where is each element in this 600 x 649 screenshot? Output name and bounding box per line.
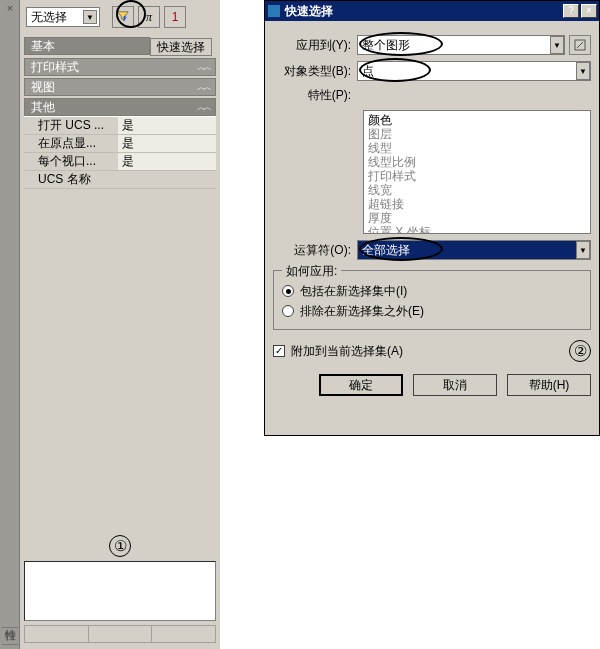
palette-output-area[interactable] [24, 561, 216, 621]
apply-to-dropdown[interactable]: 整个图形 ▼ [357, 35, 565, 55]
checkbox-icon: ✓ [273, 345, 285, 357]
category-view[interactable]: 视图 ︿︿ [24, 78, 216, 96]
chevron-up-icon: ︿︿ [197, 81, 209, 94]
apply-to-label: 应用到(Y): [273, 37, 357, 54]
object-type-label: 对象类型(B): [273, 63, 357, 80]
palette-drag-handle[interactable] [2, 627, 18, 645]
list-item[interactable]: 线型 [368, 141, 586, 155]
operator-row: 运算符(O): 全部选择 ▼ [273, 240, 591, 260]
operator-value: 全部选择 [362, 242, 410, 259]
operator-dropdown[interactable]: 全部选择 ▼ [357, 240, 591, 260]
dialog-title: 快速选择 [285, 3, 561, 20]
dialog-body: 应用到(Y): 整个图形 ▼ 对象类型(B): 点 ▼ 特性(P): 颜色 图层 [265, 21, 599, 404]
titlebar-help-button[interactable]: ? [563, 4, 579, 18]
select-objects-button[interactable] [569, 35, 591, 55]
append-checkbox-label: 附加到当前选择集(A) [291, 343, 403, 360]
include-radio-label: 包括在新选择集中(I) [300, 283, 407, 300]
annotation-badge-1: ① [109, 535, 131, 557]
footer-cell [89, 626, 153, 642]
help-button[interactable]: 帮助(H) [507, 374, 591, 396]
palette-body: 无选择 ▼ π 1 基本 快速选择 打印样式 ︿︿ [20, 0, 220, 649]
list-item[interactable]: 图层 [368, 127, 586, 141]
how-apply-title: 如何应用: [282, 263, 341, 280]
palette-toolbar: 无选择 ▼ π 1 [20, 0, 220, 34]
list-item[interactable]: 厚度 [368, 211, 586, 225]
object-type-dropdown[interactable]: 点 ▼ [357, 61, 591, 81]
selection-dropdown[interactable]: 无选择 ▼ [26, 7, 100, 27]
chevron-down-icon: ▼ [83, 10, 97, 24]
radio-icon [282, 285, 294, 297]
properties-listbox[interactable]: 颜色 图层 线型 线型比例 打印样式 线宽 超链接 厚度 位置 X 坐标 位置 … [363, 110, 591, 234]
properties-palette: × 特性 无选择 ▼ π 1 基本 [0, 0, 220, 649]
how-apply-group: 如何应用: 包括在新选择集中(I) 排除在新选择集之外(E) [273, 270, 591, 330]
operator-label: 运算符(O): [273, 242, 357, 259]
prop-val[interactable]: 是 [118, 135, 216, 152]
dialog-app-icon [267, 4, 281, 18]
ok-button[interactable]: 确定 [319, 374, 403, 396]
list-item[interactable]: 位置 X 坐标 [368, 225, 586, 234]
chevron-down-icon: ▼ [576, 62, 590, 80]
quick-select-dialog: 快速选择 ? × 应用到(Y): 整个图形 ▼ 对象类型(B): 点 ▼ 特性(… [264, 0, 600, 436]
category-basic-label: 基本 [31, 38, 55, 55]
prop-key: UCS 名称 [24, 171, 118, 188]
dialog-button-row: 确定 取消 帮助(H) [273, 374, 591, 396]
misc-prop-table: 打开 UCS ... 是 在原点显... 是 每个视口... 是 UCS 名称 [24, 116, 216, 189]
category-view-label: 视图 [31, 79, 55, 96]
selection-value: 无选择 [31, 9, 67, 26]
footer-cell [25, 626, 89, 642]
quick-select-button[interactable] [112, 6, 134, 28]
list-item[interactable]: 线宽 [368, 183, 586, 197]
pick-icon [574, 39, 586, 51]
list-item[interactable]: 超链接 [368, 197, 586, 211]
radio-icon [282, 305, 294, 317]
table-row[interactable]: 每个视口... 是 [24, 153, 216, 171]
category-misc[interactable]: 其他 ︿︿ [24, 98, 216, 116]
apply-to-row: 应用到(Y): 整个图形 ▼ [273, 35, 591, 55]
prop-val[interactable]: 是 [118, 153, 216, 170]
table-row[interactable]: UCS 名称 [24, 171, 216, 189]
include-radio-row[interactable]: 包括在新选择集中(I) [282, 281, 582, 301]
chevron-down-icon: ▼ [576, 241, 590, 259]
palette-close-icon[interactable]: × [2, 2, 18, 14]
funnel-lightning-icon [116, 10, 130, 24]
titlebar-close-button[interactable]: × [581, 4, 597, 18]
prop-key: 打开 UCS ... [24, 117, 118, 134]
object-type-value: 点 [362, 63, 374, 80]
footer-cell [152, 626, 215, 642]
properties-label: 特性(P): [273, 87, 357, 104]
cancel-button[interactable]: 取消 [413, 374, 497, 396]
prop-val[interactable]: 是 [118, 117, 216, 134]
chevron-up-icon: ︿︿ [197, 61, 209, 74]
annotation-badge-2: ② [569, 340, 591, 362]
category-misc-label: 其他 [31, 99, 55, 116]
table-row[interactable]: 在原点显... 是 [24, 135, 216, 153]
apply-to-value: 整个图形 [362, 37, 410, 54]
chevron-down-icon: ▼ [550, 36, 564, 54]
exclude-radio-row[interactable]: 排除在新选择集之外(E) [282, 301, 582, 321]
table-row[interactable]: 打开 UCS ... 是 [24, 117, 216, 135]
prop-key: 在原点显... [24, 135, 118, 152]
list-item[interactable]: 颜色 [368, 113, 586, 127]
quick-select-pill[interactable]: 快速选择 [150, 38, 212, 56]
category-print[interactable]: 打印样式 ︿︿ [24, 58, 216, 76]
dialog-titlebar[interactable]: 快速选择 ? × [265, 1, 599, 21]
toggle-pickadd-button[interactable]: 1 [164, 6, 186, 28]
list-item[interactable]: 线型比例 [368, 155, 586, 169]
pick-add-button[interactable]: π [138, 6, 160, 28]
properties-row: 特性(P): [273, 87, 591, 104]
list-item[interactable]: 打印样式 [368, 169, 586, 183]
palette-footer-bar [24, 625, 216, 643]
prop-key: 每个视口... [24, 153, 118, 170]
append-checkbox-row[interactable]: ✓ 附加到当前选择集(A) ② [273, 340, 591, 362]
chevron-up-icon: ︿︿ [197, 101, 209, 114]
palette-gutter[interactable]: × 特性 [0, 0, 20, 649]
category-basic[interactable]: 基本 [24, 37, 150, 55]
object-type-row: 对象类型(B): 点 ▼ [273, 61, 591, 81]
category-print-label: 打印样式 [31, 59, 79, 76]
exclude-radio-label: 排除在新选择集之外(E) [300, 303, 424, 320]
